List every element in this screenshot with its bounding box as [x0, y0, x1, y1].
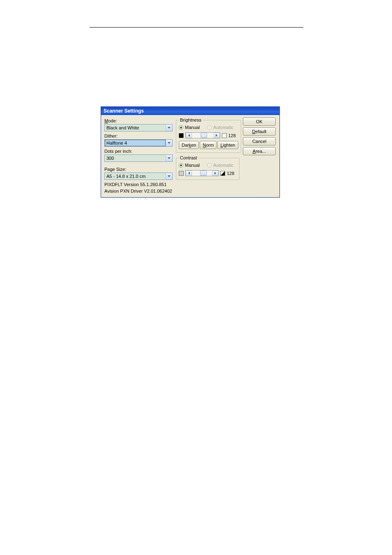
right-button-column: OK Default Cancel Area...: [243, 117, 276, 155]
brightness-preset-row: Darken Norm Lighten: [179, 141, 238, 149]
area-button[interactable]: Area...: [243, 147, 276, 155]
dialog-client-area: Mode: Black and White Dither: Halftone 4…: [101, 115, 279, 197]
chevron-down-icon[interactable]: [166, 173, 172, 180]
chevron-down-icon[interactable]: [166, 155, 172, 161]
darken-button[interactable]: Darken: [179, 141, 199, 149]
brightness-value: 128: [228, 133, 238, 138]
highcontrast-swatch-icon: [220, 171, 225, 176]
brightness-automatic-radio: Automatic: [207, 125, 233, 130]
brightness-manual-radio[interactable]: Manual: [179, 125, 200, 130]
version-line-1: PIXDFLT Version 55.1.260.851: [104, 182, 173, 187]
brightness-slider[interactable]: [185, 132, 220, 138]
chevron-down-icon[interactable]: [166, 140, 172, 146]
middle-column: Brightness Manual Automatic: [176, 117, 240, 180]
brightness-legend: Brightness: [179, 117, 203, 122]
contrast-manual-label: Manual: [185, 163, 200, 168]
slider-thumb[interactable]: [200, 170, 207, 176]
slider-track[interactable]: [192, 170, 212, 176]
mode-value: Black and White: [105, 124, 166, 131]
arrow-right-icon[interactable]: [212, 170, 218, 176]
contrast-radio-row: Manual Automatic: [179, 163, 237, 168]
dither-label: Dither:: [104, 134, 173, 138]
brightness-radio-row: Manual Automatic: [179, 125, 238, 130]
dpi-value: 300: [105, 155, 166, 161]
contrast-group: Contrast Manual Automatic: [176, 155, 240, 180]
version-line-2: Avision PXN Driver V2.01.062402: [104, 189, 173, 194]
cancel-button[interactable]: Cancel: [243, 137, 276, 145]
page-size-dropdown[interactable]: A5 - 14.8 x 21.0 cm: [104, 173, 173, 180]
lowcontrast-swatch-icon: [179, 171, 184, 176]
contrast-manual-radio[interactable]: Manual: [179, 163, 200, 168]
ok-button[interactable]: OK: [243, 117, 276, 126]
contrast-slider-row: 128: [179, 170, 237, 176]
arrow-left-icon[interactable]: [186, 170, 192, 176]
dpi-label: Dots per inch:: [104, 149, 173, 154]
titlebar[interactable]: Scanner Settings: [101, 107, 279, 115]
radio-icon: [207, 125, 212, 130]
norm-button[interactable]: Norm: [200, 141, 217, 149]
brightness-slider-row: 128: [179, 132, 238, 138]
scanner-settings-dialog: Scanner Settings Mode: Black and White D…: [101, 106, 280, 198]
contrast-legend: Contrast: [179, 155, 198, 160]
contrast-automatic-label: Automatic: [213, 163, 233, 168]
lighten-button[interactable]: Lighten: [217, 141, 238, 149]
radio-icon: [179, 163, 183, 168]
default-button[interactable]: Default: [243, 127, 276, 136]
brightness-group: Brightness Manual Automatic: [176, 117, 241, 153]
brightness-manual-label: Manual: [185, 125, 200, 130]
slider-thumb[interactable]: [201, 133, 207, 138]
contrast-value: 128: [227, 171, 237, 176]
contrast-automatic-radio: Automatic: [207, 163, 233, 168]
mode-label: Mode:: [104, 118, 173, 123]
arrow-left-icon[interactable]: [186, 133, 192, 138]
light-swatch-icon: [222, 133, 227, 138]
mode-dropdown[interactable]: Black and White: [104, 124, 173, 131]
page-size-value: A5 - 14.8 x 21.0 cm: [105, 173, 166, 180]
dark-swatch-icon: [179, 133, 184, 138]
contrast-slider[interactable]: [185, 170, 219, 176]
page-size-label: Page Size:: [104, 167, 173, 172]
dither-value: Halftone 4: [105, 140, 166, 146]
slider-track[interactable]: [192, 133, 214, 138]
window-title: Scanner Settings: [104, 108, 144, 114]
radio-icon: [179, 125, 183, 130]
left-column: Mode: Black and White Dither: Halftone 4…: [104, 117, 173, 194]
radio-icon: [207, 163, 212, 168]
page-divider: [90, 27, 303, 28]
chevron-down-icon[interactable]: [166, 124, 172, 131]
brightness-automatic-label: Automatic: [213, 125, 233, 130]
dither-dropdown[interactable]: Halftone 4: [104, 139, 173, 147]
arrow-right-icon[interactable]: [214, 133, 220, 138]
dpi-dropdown[interactable]: 300: [104, 154, 173, 162]
